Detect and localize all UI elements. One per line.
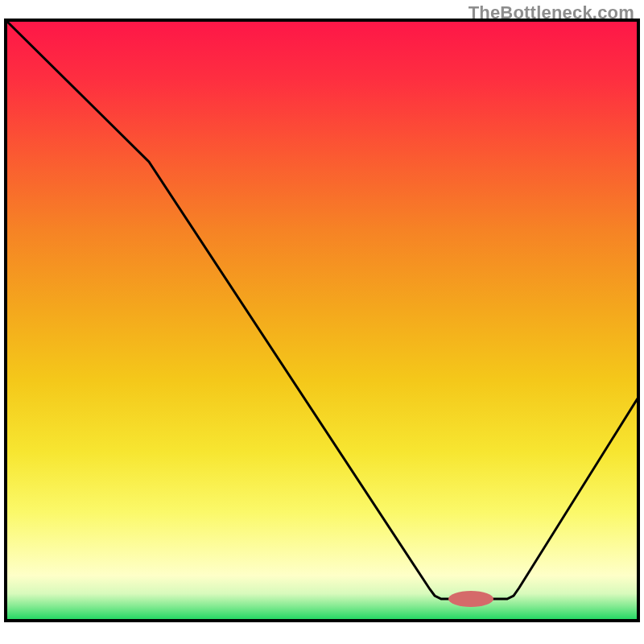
gradient-background (6, 20, 638, 621)
optimal-marker (448, 591, 493, 607)
chart-container: TheBottleneck.com (0, 0, 644, 644)
watermark-label: TheBottleneck.com (469, 2, 634, 23)
bottleneck-chart (0, 0, 644, 644)
